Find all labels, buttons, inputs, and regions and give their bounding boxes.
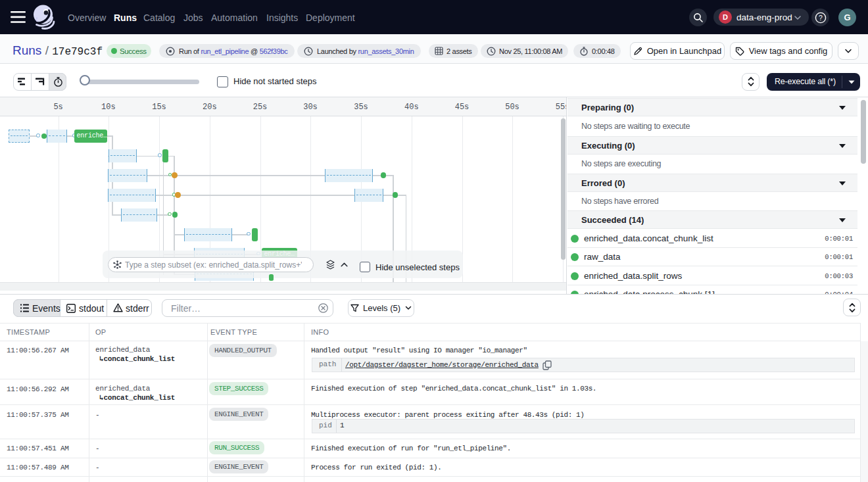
svg-text:?: ? — [819, 13, 823, 21]
